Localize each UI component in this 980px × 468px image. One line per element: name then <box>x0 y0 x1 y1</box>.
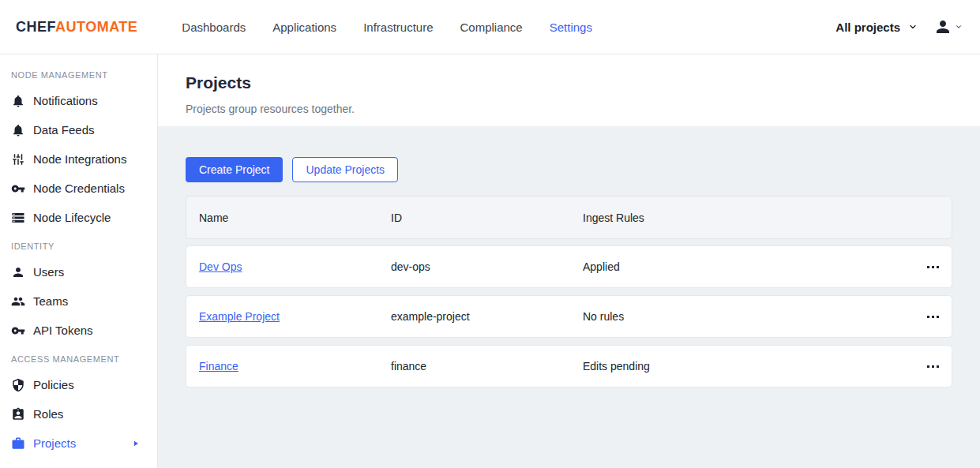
ingest-rules-cell: Applied <box>583 260 921 273</box>
project-name-link[interactable]: Dev Ops <box>199 260 242 273</box>
nav-item-compliance[interactable]: Compliance <box>460 21 523 34</box>
sidebar-item-label: Node Integrations <box>33 152 126 166</box>
project-name-link[interactable]: Example Project <box>199 310 280 323</box>
sidebar-item-node-integrations[interactable]: Node Integrations <box>0 144 157 174</box>
page-title: Projects <box>186 73 952 92</box>
ellipsis-icon <box>927 266 929 268</box>
update-projects-button[interactable]: Update Projects <box>292 157 398 182</box>
table-row-finance: FinancefinanceEdits pending <box>186 345 952 388</box>
row-menu-button[interactable] <box>921 359 939 374</box>
projects-table: NameIDIngest Rules Dev Opsdev-opsApplied… <box>186 196 952 388</box>
bell-icon <box>11 94 25 108</box>
project-id-cell: finance <box>391 360 583 373</box>
sliders-icon <box>11 152 25 167</box>
chef-automate-logo[interactable]: CHEFAUTOMATE <box>16 19 137 36</box>
briefcase-icon <box>11 436 25 451</box>
sidebar-item-label: Teams <box>33 294 68 308</box>
sidebar-item-label: Projects <box>33 436 76 450</box>
content-body: Create Project Update Projects NameIDIng… <box>158 126 980 468</box>
project-actions: Create Project Update Projects <box>186 157 952 182</box>
ingest-rules-cell: Edits pending <box>583 360 921 373</box>
user-icon <box>11 265 25 279</box>
main-nav: DashboardsApplicationsInfrastructureComp… <box>182 21 592 34</box>
sidebar-item-label: API Tokens <box>33 324 93 337</box>
table-body: Dev Opsdev-opsAppliedExample Projectexam… <box>186 245 952 388</box>
sidebar-item-users[interactable]: Users <box>0 257 157 286</box>
logo-chef-text: CHEF <box>16 19 55 35</box>
chevron-down-icon <box>955 23 963 31</box>
key-icon <box>11 182 25 196</box>
user-menu[interactable] <box>933 17 963 36</box>
sidebar-item-api-tokens[interactable]: API Tokens <box>0 316 157 345</box>
ingest-rules-cell: No rules <box>583 310 921 323</box>
settings-sidebar: NODE MANAGEMENTNotificationsData FeedsNo… <box>0 54 158 468</box>
key-icon <box>11 324 25 338</box>
sidebar-item-teams[interactable]: Teams <box>0 286 157 316</box>
caret-right-icon <box>132 440 140 447</box>
column-header-ingest-rules: Ingest Rules <box>583 212 939 224</box>
page-header: Projects Projects group resources togeth… <box>158 54 980 126</box>
top-nav-bar: CHEFAUTOMATE DashboardsApplicationsInfra… <box>0 0 980 54</box>
table-header-row: NameIDIngest Rules <box>186 196 952 239</box>
main-content: Projects Projects group resources togeth… <box>158 54 980 468</box>
table-row-example-project: Example Projectexample-projectNo rules <box>186 295 952 338</box>
create-project-button[interactable]: Create Project <box>186 157 283 182</box>
sidebar-item-label: Users <box>33 265 64 279</box>
chevron-down-icon <box>908 22 918 32</box>
sidebar-item-data-feeds[interactable]: Data Feeds <box>0 115 157 144</box>
user-avatar-icon <box>933 17 952 36</box>
sidebar-item-notifications[interactable]: Notifications <box>0 86 157 115</box>
sidebar-item-projects[interactable]: Projects <box>0 429 157 458</box>
chef-automate-app: CHEFAUTOMATE DashboardsApplicationsInfra… <box>0 0 980 468</box>
nav-item-applications[interactable]: Applications <box>272 21 336 34</box>
sidebar-section-label-node-management: NODE MANAGEMENT <box>0 61 157 86</box>
projects-filter-label: All projects <box>835 21 900 34</box>
users-icon <box>11 294 25 309</box>
project-name-cell: Finance <box>199 360 391 373</box>
logo-automate-text: AUTOMATE <box>55 19 137 35</box>
shield-icon <box>11 378 25 392</box>
sidebar-item-roles[interactable]: Roles <box>0 399 157 429</box>
column-header-name: Name <box>199 212 391 224</box>
sidebar-item-node-credentials[interactable]: Node Credentials <box>0 174 157 203</box>
storage-list-icon <box>11 211 25 225</box>
badge-icon <box>11 407 25 421</box>
sidebar-item-label: Notifications <box>33 94 98 107</box>
project-name-link[interactable]: Finance <box>199 360 238 373</box>
sidebar-item-label: Roles <box>33 407 63 421</box>
project-name-cell: Example Project <box>199 310 391 323</box>
column-header-id: ID <box>391 212 583 224</box>
sidebar-item-label: Node Credentials <box>33 182 125 195</box>
row-menu-button[interactable] <box>921 260 939 275</box>
page-layout: NODE MANAGEMENTNotificationsData FeedsNo… <box>0 54 980 468</box>
ellipsis-icon <box>927 316 929 318</box>
row-menu-button[interactable] <box>921 309 939 324</box>
bell-icon <box>11 123 25 137</box>
ellipsis-icon <box>927 365 929 368</box>
sidebar-item-label: Node Lifecycle <box>33 211 111 224</box>
page-subtitle: Projects group resources together. <box>186 103 952 115</box>
sidebar-item-label: Data Feeds <box>33 123 95 137</box>
project-name-cell: Dev Ops <box>199 260 391 273</box>
sidebar-item-node-lifecycle[interactable]: Node Lifecycle <box>0 203 157 232</box>
table-row-dev-ops: Dev Opsdev-opsApplied <box>186 245 952 288</box>
header-right: All projects <box>835 17 963 36</box>
nav-item-settings[interactable]: Settings <box>550 21 592 34</box>
sidebar-section-label-access-management: ACCESS MANAGEMENT <box>0 345 157 370</box>
project-id-cell: example-project <box>391 310 583 323</box>
sidebar-section-label-identity: IDENTITY <box>0 232 157 257</box>
nav-item-dashboards[interactable]: Dashboards <box>182 21 246 34</box>
sidebar-item-label: Policies <box>33 378 74 391</box>
projects-filter-dropdown[interactable]: All projects <box>835 21 918 34</box>
sidebar-item-policies[interactable]: Policies <box>0 370 157 399</box>
nav-item-infrastructure[interactable]: Infrastructure <box>363 21 433 34</box>
project-id-cell: dev-ops <box>391 260 583 273</box>
